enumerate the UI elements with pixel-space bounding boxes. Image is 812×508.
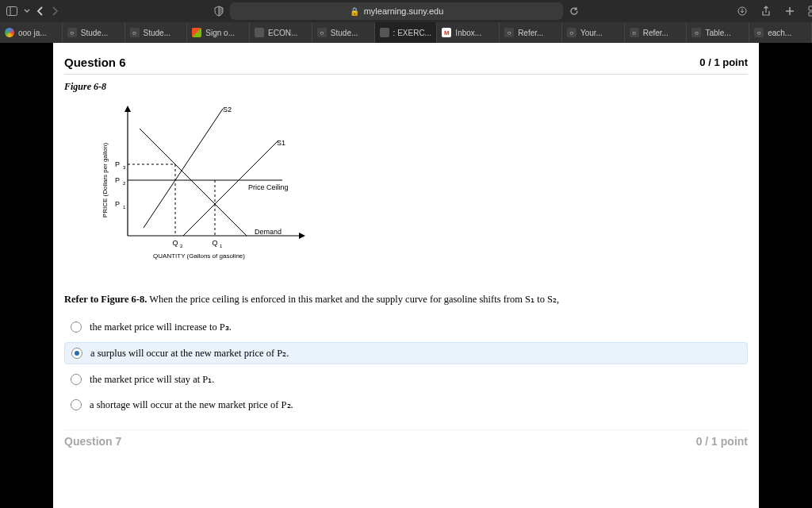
browser-tab[interactable]: ECON... [250, 22, 312, 43]
svg-text:P: P [115, 200, 120, 208]
favicon-icon: ○ [630, 28, 639, 37]
favicon-icon: ○ [317, 28, 327, 37]
address-text: mylearning.suny.edu [364, 6, 444, 16]
tab-label: Table... [705, 29, 730, 37]
radio-icon [71, 374, 82, 385]
price-ceiling-label: Price Ceiling [248, 183, 289, 191]
question-header: Question 6 0 / 1 point [64, 49, 748, 75]
content-area: Question 6 0 / 1 point Figure 6-8 [0, 43, 812, 508]
download-icon[interactable] [734, 3, 750, 19]
y-axis-label: PRICE (Dollars per gallon) [102, 143, 109, 218]
favicon-icon: ○ [504, 28, 514, 37]
tab-label: Sign o... [205, 29, 235, 37]
question-prompt: Refer to Figure 6-8. When the price ceil… [64, 293, 748, 306]
back-button[interactable] [36, 3, 44, 19]
tab-label: Stude... [331, 29, 358, 37]
option-text: the market price will increase to P₃. [90, 321, 232, 333]
tab-label: Refer... [518, 29, 543, 37]
answer-option[interactable]: a shortage will occur at the new market … [64, 394, 748, 415]
sidebar-toggle-icon[interactable] [6, 3, 17, 19]
svg-rect-7 [809, 12, 812, 16]
favicon-icon [380, 28, 389, 37]
svg-rect-0 [7, 7, 17, 16]
browser-tab[interactable]: ○Refer... [625, 22, 688, 43]
svg-line-21 [144, 109, 223, 228]
svg-text:Q: Q [172, 239, 178, 247]
favicon-icon: ○ [67, 28, 77, 37]
radio-icon [71, 399, 82, 410]
browser-tab[interactable]: : EXERC... [375, 22, 438, 43]
forward-button[interactable] [51, 3, 59, 19]
quiz-page: Question 6 0 / 1 point Figure 6-8 [53, 43, 759, 508]
answer-option[interactable]: the market price will stay at P₁. [64, 369, 748, 390]
series-label-s2: S2 [223, 106, 232, 114]
shield-icon[interactable] [214, 3, 224, 19]
svg-rect-5 [809, 6, 812, 10]
browser-tab[interactable]: MInbox... [437, 22, 500, 43]
svg-text:1: 1 [123, 205, 126, 210]
answer-option[interactable]: a surplus will occur at the new market p… [64, 342, 748, 364]
new-tab-icon[interactable] [782, 3, 798, 19]
option-text: a shortage will occur at the new market … [90, 398, 293, 411]
option-text: the market price will stay at P₁. [90, 373, 214, 386]
favicon-icon: M [442, 28, 451, 37]
address-bar[interactable]: 🔒 mylearning.suny.edu [230, 2, 563, 20]
answer-options: the market price will increase to P₃.a s… [64, 317, 748, 415]
tab-label: ооо ја... [18, 29, 47, 37]
svg-text:2: 2 [180, 244, 183, 248]
favicon-icon: ○ [567, 28, 576, 37]
radio-icon [71, 321, 82, 333]
favicon-icon: ○ [754, 28, 764, 37]
browser-chrome: 🔒 mylearning.suny.edu ооо ја...○Stude...… [0, 0, 812, 43]
tab-label: Stude... [81, 29, 108, 37]
svg-text:P: P [115, 176, 120, 184]
svg-marker-12 [299, 233, 305, 239]
favicon-icon: ○ [130, 28, 140, 37]
lock-icon: 🔒 [350, 7, 359, 16]
tab-label: Inbox... [455, 29, 481, 37]
question-title: Question 6 [64, 56, 126, 69]
reload-button[interactable] [569, 3, 579, 19]
figure-label: Figure 6-8 [64, 81, 748, 93]
browser-tab[interactable]: Sign o... [187, 22, 250, 43]
answer-option[interactable]: the market price will increase to P₃. [64, 317, 748, 337]
question-body: Figure 6-8 [53, 75, 759, 415]
svg-text:2: 2 [123, 181, 126, 186]
svg-line-19 [140, 129, 262, 252]
browser-tab[interactable]: ○Stude... [312, 22, 375, 43]
tab-label: Refer... [643, 29, 668, 37]
browser-tab[interactable]: ○Stude... [63, 22, 125, 43]
radio-icon [71, 348, 82, 359]
svg-text:P: P [115, 160, 120, 168]
browser-tab[interactable]: ○Your... [562, 22, 625, 43]
tab-strip: ооо ја...○Stude...○Stude...Sign o...ECON… [0, 22, 812, 43]
favicon-icon [255, 28, 264, 37]
question-points: 0 / 1 point [699, 56, 748, 68]
favicon-icon: ○ [691, 28, 701, 37]
browser-toolbar: 🔒 mylearning.suny.edu [0, 0, 812, 22]
x-axis-label: QUANTITY (Gallons of gasoline) [153, 252, 245, 260]
favicon-icon [5, 28, 14, 37]
series-label-s1: S1 [277, 139, 285, 147]
svg-marker-11 [124, 106, 131, 112]
share-icon[interactable] [758, 3, 774, 19]
chevron-down-icon[interactable] [24, 3, 30, 19]
series-label-demand: Demand [255, 228, 282, 236]
browser-tab[interactable]: ○Stude... [125, 22, 188, 43]
tab-label: each... [768, 29, 791, 37]
browser-tab[interactable]: ○each... [749, 22, 812, 43]
browser-tab[interactable]: ооо ја... [0, 22, 63, 43]
tabs-overview-icon[interactable] [806, 3, 812, 19]
next-question-header: Question 7 0 / 1 point [64, 429, 748, 448]
svg-text:3: 3 [123, 165, 126, 170]
favicon-icon [192, 28, 201, 37]
tab-label: : EXERC... [393, 29, 431, 37]
figure-chart: P3 P2 P1 Q2 Q1 S2 S1 Demand Price Ceilin… [96, 101, 748, 267]
option-text: a surplus will occur at the new market p… [90, 347, 289, 360]
browser-tab[interactable]: ○Refer... [500, 22, 562, 43]
tab-label: Your... [580, 29, 603, 37]
svg-text:1: 1 [220, 244, 223, 248]
browser-tab[interactable]: ○Table... [687, 22, 749, 43]
svg-text:Q: Q [212, 239, 217, 247]
tab-label: Stude... [144, 29, 170, 37]
